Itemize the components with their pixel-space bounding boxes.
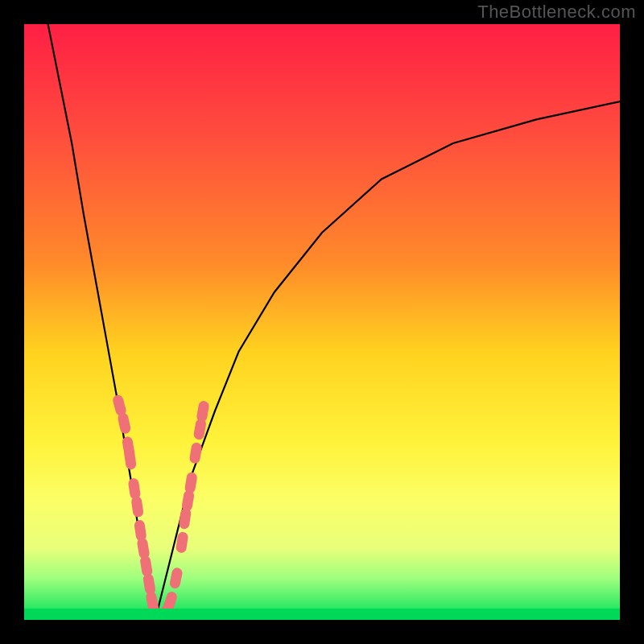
data-marker — [181, 489, 195, 512]
watermark-text: TheBottleneck.com — [477, 2, 636, 23]
data-marker — [123, 448, 137, 470]
data-marker — [134, 519, 147, 542]
chart-frame: TheBottleneck.com — [0, 0, 644, 644]
no-bottleneck-band — [24, 609, 620, 620]
data-marker — [128, 477, 142, 500]
data-marker — [136, 537, 150, 559]
data-marker — [196, 400, 209, 423]
data-marker — [169, 567, 184, 589]
data-marker — [139, 555, 153, 578]
data-marker — [142, 573, 156, 596]
data-marker — [117, 412, 131, 435]
data-marker — [184, 472, 198, 494]
curve-series-right-arm — [155, 101, 620, 620]
bottleneck-curve — [24, 24, 620, 620]
curve-markers — [112, 394, 210, 620]
curve-lines — [48, 24, 620, 620]
data-marker — [130, 496, 144, 518]
data-marker — [189, 442, 203, 464]
plot-area — [24, 24, 620, 620]
data-marker — [179, 507, 192, 530]
